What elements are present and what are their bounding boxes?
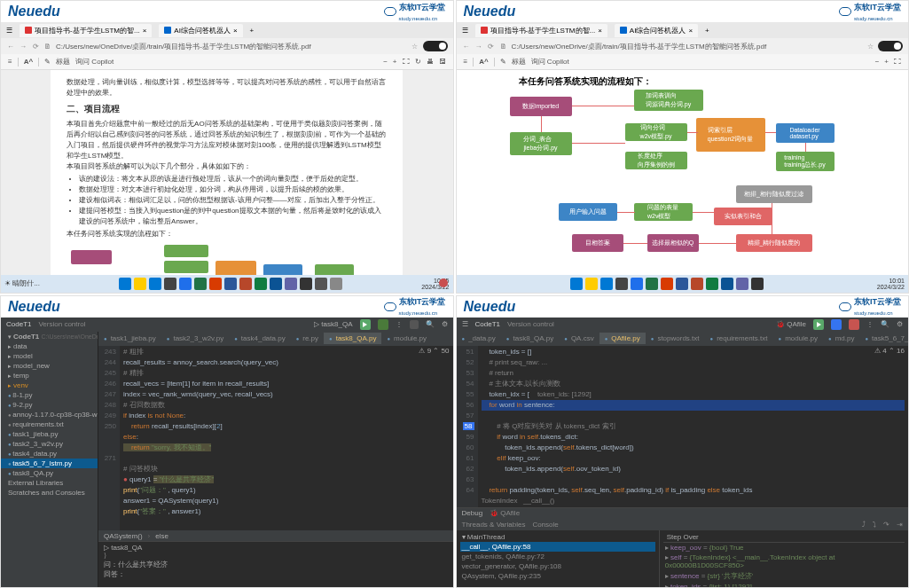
warnings-badge[interactable]: ⚠ 4 ⌃ 16 [874,347,905,355]
browser-tab-2[interactable]: AI综合问答机器人× [159,24,242,37]
url-field[interactable]: C:/Users/new/OneDrive/桌面/train/项目指导书-基于学… [512,42,863,51]
zoom-in-button[interactable]: + [393,58,397,66]
tree-root[interactable]: CodeT1 C:\Users\new\OneDrive\... [1,332,98,341]
step-over-label[interactable]: Step Over [663,532,905,543]
taskbar-icon[interactable] [600,278,613,290]
taskbar-icon[interactable] [736,278,748,290]
tree-dir[interactable]: venv [1,380,98,390]
read-aloud-button[interactable]: A^ [24,58,33,66]
stop-button[interactable] [849,319,859,330]
browser-tab-1[interactable]: 项目指导书-基于学生LSTM的智...× [20,24,152,37]
star-icon[interactable]: ☆ [866,43,874,51]
editor-tab[interactable]: _data.py [457,333,501,344]
forward-button[interactable]: → [19,43,27,51]
run-tab-button[interactable]: ▷ task8_QA [104,544,142,552]
taskbar-icon[interactable] [134,278,146,290]
source[interactable]: token_ids = [] # print seq_raw: ... # re… [478,346,909,507]
recording-pill[interactable] [878,41,903,51]
search-icon[interactable]: 🔍 [426,320,435,328]
tree-dir[interactable]: temp [1,371,98,380]
editor-tab[interactable]: task4_data.py [229,333,290,344]
editor-tab-active[interactable]: task8_QA.py [324,333,381,344]
tree-file[interactable]: Scratches and Consoles [1,488,98,498]
more-icon[interactable]: ⋮ [866,320,874,328]
debug-run-config[interactable]: 🐞 QAfile [490,509,520,517]
variable-row[interactable]: ▸ self = {TokenIndex} <__main__.TokenInd… [663,553,905,570]
step-icon[interactable]: ⇥ [897,521,903,529]
version-control[interactable]: Version control [507,320,554,328]
run-config[interactable]: 🐞 QAfile [776,320,806,328]
tree-file[interactable]: 9-2.py [1,400,98,410]
url-field[interactable]: C:/Users/new/OneDrive/桌面/train/项目指导书-基于学… [56,42,407,51]
stack-frame[interactable]: get_tokenids, QAfile.py:72 [460,552,655,561]
start-button[interactable] [570,278,583,290]
close-icon[interactable]: × [143,27,147,35]
tree-file[interactable]: 8-1.py [1,390,98,400]
tab-list-icon[interactable]: ☰ [6,27,12,35]
rotate-button[interactable]: ↻ [415,58,421,66]
editor-tab[interactable]: requirements.txt [705,333,773,344]
browser-tab-1[interactable]: 项目指导书-基于学生LSTM的智...× [475,24,607,37]
start-button[interactable] [119,278,131,290]
back-button[interactable]: ← [6,43,15,51]
editor-tab[interactable]: task2_3_w2v.py [161,333,229,344]
close-icon[interactable]: × [598,27,602,35]
recording-pill[interactable] [423,41,448,51]
editor-tab[interactable]: module.py [773,333,824,344]
close-icon[interactable]: × [233,27,238,35]
zoom-label[interactable]: 标题 [56,57,70,67]
stack-frame[interactable]: vector_generator, QAfile.py:108 [460,561,655,571]
taskbar-icon[interactable] [615,278,628,290]
editor-tab[interactable]: task1_jieba.py [98,333,161,344]
menu-icon[interactable]: ☰ [462,320,468,328]
taskbar-icon[interactable] [721,278,733,290]
taskbar-clock[interactable]: 10:012024/3/22 [877,278,905,290]
tree-dir[interactable]: data [1,341,98,351]
taskbar-icon[interactable] [330,278,342,290]
tree-file[interactable]: task8_QA.py [1,468,98,478]
fit-button[interactable]: ⛶ [403,58,410,66]
tree-file[interactable]: annoy-1.17.0-cp38-cp38-win_amd64... [1,410,98,419]
tree-dir[interactable]: model_new [1,361,98,371]
zoom-out-button[interactable]: − [383,58,388,66]
step-icon[interactable]: ↷ [883,521,889,529]
step-icon[interactable]: ⤵ [873,521,876,529]
taskbar-icon[interactable] [224,278,237,290]
taskbar-icon[interactable] [209,278,222,290]
run-config[interactable]: ▷ task8_QA [314,320,352,328]
draw-button[interactable]: ✎ [44,58,51,66]
taskbar-icon[interactable] [646,278,658,290]
editor-tab[interactable]: module.py [381,333,432,344]
taskbar-icon[interactable] [270,278,282,290]
tree-file-selected[interactable]: task5_6_7_lstm.py [1,459,98,468]
tree-dir[interactable]: model [1,351,98,361]
print-button[interactable]: 🖶 [427,58,434,66]
copilot-button[interactable]: 询问 Copilot [75,57,114,67]
taskbar-icon[interactable] [706,278,718,290]
zoom-out-button[interactable]: − [875,58,880,66]
debug-button[interactable] [378,319,388,330]
taskbar-icon[interactable] [300,278,312,290]
refresh-button[interactable]: ⟳ [487,43,496,51]
refresh-button[interactable]: ⟳ [31,43,40,51]
taskbar-icon[interactable] [239,278,252,290]
threads-vars-tab[interactable]: Threads & Variables [462,521,526,529]
close-icon[interactable]: × [688,27,693,35]
run-button[interactable] [813,319,824,330]
stop-button[interactable] [410,320,419,329]
variable-row[interactable]: ▸ sentence = {str} '共享经济' [663,570,905,582]
taskbar-icon[interactable] [661,278,673,290]
draw-button[interactable]: ✎ [500,58,506,66]
editor-tab[interactable]: QA.csv [559,333,599,344]
breadcrumb[interactable]: else [155,532,168,540]
taskbar-icon[interactable] [179,278,192,290]
taskbar-icon[interactable] [585,278,598,290]
menu-icon[interactable]: ≡ [464,58,468,66]
taskbar-icon[interactable] [149,278,161,290]
browser-tab-2[interactable]: AI综合问答机器人× [615,24,698,37]
stack-frame[interactable]: QAsystem, QAfile.py:235 [460,571,655,581]
new-tab-button[interactable]: + [705,27,709,35]
thread-name[interactable]: ▾ MainThread [460,532,655,542]
star-icon[interactable]: ☆ [411,43,419,51]
settings-icon[interactable]: ⚙ [442,320,448,328]
